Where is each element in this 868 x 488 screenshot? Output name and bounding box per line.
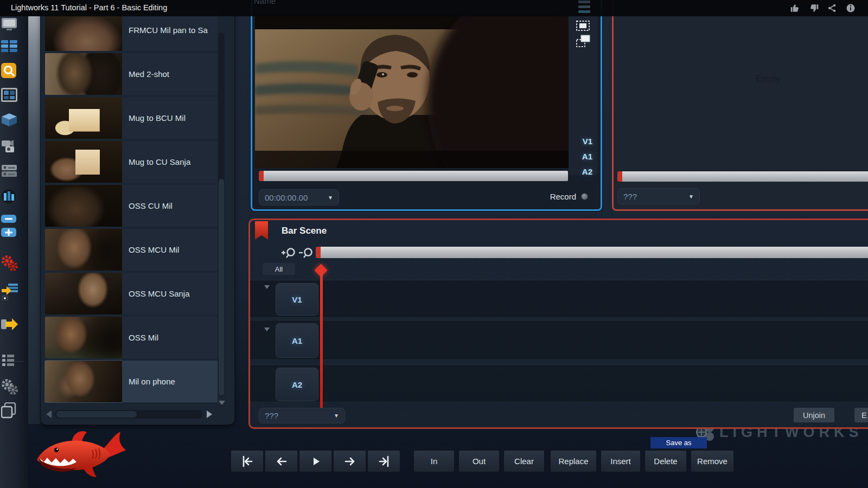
- projects-icon[interactable]: [1, 402, 23, 419]
- timeline-dropdown[interactable]: ???▼: [259, 408, 345, 423]
- record-indicator[interactable]: [581, 193, 588, 200]
- clip-thumbnail: [45, 53, 122, 95]
- settings-gears-icon[interactable]: [1, 378, 23, 395]
- clip-label: OSS CU Mil: [122, 185, 218, 227]
- search-icon[interactable]: [1, 63, 23, 78]
- timecode-dropdown[interactable]: 00:00:00.00▼: [259, 189, 339, 206]
- remove-button[interactable]: Remove: [691, 450, 734, 472]
- record-viewer: Empty ???▼: [612, 0, 868, 211]
- export-icon[interactable]: [1, 318, 23, 331]
- menu-bars-icon[interactable]: [578, 10, 590, 13]
- delete-button[interactable]: Delete: [644, 450, 687, 472]
- import-icon[interactable]: [1, 283, 23, 300]
- gears-red-icon[interactable]: [1, 255, 23, 271]
- clip-thumbnail: [45, 97, 122, 139]
- clip-row[interactable]: OSS MCU Sanja: [45, 272, 218, 316]
- dropdown-value: ???: [623, 192, 637, 201]
- record-scrubber[interactable]: [617, 171, 868, 182]
- cameras-icon[interactable]: [1, 139, 23, 153]
- skip-to-start-button[interactable]: [231, 450, 264, 472]
- list-icon[interactable]: [1, 354, 23, 368]
- menu-bars-icon[interactable]: [578, 1, 590, 3]
- clip-row[interactable]: Med 2-shot: [45, 52, 218, 96]
- out-button[interactable]: Out: [458, 450, 500, 472]
- edit-buttons: In Out Clear Replace Insert Delete Remov…: [413, 450, 734, 472]
- bookmark-flag-icon[interactable]: [255, 221, 268, 242]
- scrollbar-thumb[interactable]: [219, 179, 224, 396]
- clip-thumbnail: [45, 273, 122, 314]
- unjoin-button[interactable]: Unjoin: [794, 408, 834, 422]
- scrollbar-thumb[interactable]: [56, 411, 137, 418]
- clip-label: OSS MCU Sanja: [122, 273, 218, 314]
- source-track-a1[interactable]: A1: [574, 152, 592, 161]
- in-button[interactable]: In: [413, 450, 455, 472]
- scrubber-marker: [316, 247, 321, 258]
- source-track-a2[interactable]: A2: [574, 167, 592, 176]
- clip-row[interactable]: OSS CU Mil: [45, 184, 218, 228]
- clip-label: OSS MCU Mil: [122, 229, 218, 271]
- track-lane-a2[interactable]: [250, 364, 868, 402]
- clip-label: Mil on phone: [122, 361, 218, 402]
- source-track-v1[interactable]: V1: [574, 137, 592, 146]
- bin-vertical-scrollbar[interactable]: [218, 33, 225, 397]
- mixer-icon[interactable]: [1, 189, 23, 204]
- timecode-value: 00:00:00.00: [265, 193, 308, 202]
- clip-row[interactable]: Mug to BCU Mil: [45, 96, 218, 140]
- track-lane-a1[interactable]: [250, 320, 868, 360]
- skip-to-end-button[interactable]: [367, 450, 400, 472]
- info-icon[interactable]: [845, 3, 856, 14]
- clip-row[interactable]: OSS Mil: [45, 316, 218, 359]
- clip-bin-panel: FRMCU Mil pan to Sa Med 2-shot Mug to BC…: [41, 4, 234, 425]
- zoom-in-icon[interactable]: [280, 247, 297, 262]
- timeline-track-a1[interactable]: A1: [276, 323, 318, 358]
- step-back-button[interactable]: [265, 450, 298, 472]
- dropdown-value: ???: [265, 411, 278, 420]
- timeline-track-a2[interactable]: A2: [276, 368, 318, 401]
- record-dropdown[interactable]: ???▼: [617, 188, 700, 204]
- clip-row-selected[interactable]: Mil on phone: [45, 359, 218, 403]
- minus-button-icon[interactable]: [1, 215, 23, 223]
- menu-bars-icon[interactable]: [578, 5, 590, 8]
- deck-icon[interactable]: [1, 164, 23, 178]
- track-lane-v1[interactable]: [250, 280, 868, 318]
- insert-button[interactable]: Insert: [601, 450, 641, 472]
- collapse-v1-icon[interactable]: [264, 285, 270, 289]
- clip-label: Mug to CU Sanja: [122, 141, 218, 183]
- step-forward-button[interactable]: [333, 450, 366, 472]
- thumbs-up-icon[interactable]: [790, 3, 801, 14]
- clip-row[interactable]: OSS MCU Mil: [45, 228, 218, 272]
- swap-windows-icon[interactable]: [576, 34, 591, 51]
- scroll-right-icon[interactable]: [207, 410, 212, 418]
- lightworks-app: FRMCU Mil pan to Sa Med 2-shot Mug to BC…: [0, 0, 868, 488]
- thumbs-down-icon[interactable]: [808, 3, 819, 14]
- transport-controls: [231, 450, 400, 472]
- layout-icon[interactable]: [1, 88, 23, 102]
- clear-button[interactable]: Clear: [503, 450, 545, 472]
- scroll-down-icon[interactable]: [219, 401, 225, 405]
- partial-button[interactable]: E: [854, 408, 868, 422]
- scrubber-marker: [617, 171, 622, 182]
- bin-horizontal-scrollbar[interactable]: [55, 410, 202, 419]
- box3d-icon[interactable]: [1, 113, 23, 127]
- source-viewer: 00:00:00.00▼ Record: [251, 0, 602, 211]
- zoom-out-icon[interactable]: [298, 247, 314, 262]
- chevron-down-icon: ▼: [334, 413, 339, 419]
- play-button[interactable]: [299, 450, 332, 472]
- replace-button[interactable]: Replace: [550, 450, 597, 472]
- all-tracks-button[interactable]: All: [263, 263, 295, 275]
- tracks-icon[interactable]: [1, 39, 23, 53]
- collapse-a1-icon[interactable]: [264, 328, 270, 331]
- plus-button-icon[interactable]: [1, 228, 23, 237]
- timeline-track-v1[interactable]: V1: [276, 283, 318, 316]
- save-as-tooltip: Save as: [650, 437, 707, 448]
- panel-edge: [28, 16, 41, 424]
- source-scrubber[interactable]: [259, 171, 568, 181]
- timeline-scrubber[interactable]: [316, 247, 868, 258]
- share-icon[interactable]: [827, 3, 838, 14]
- clip-row[interactable]: Mug to CU Sanja: [45, 140, 218, 184]
- monitor-icon[interactable]: [1, 17, 23, 31]
- marquee-icon[interactable]: [576, 20, 591, 35]
- scroll-left-icon[interactable]: [46, 410, 52, 418]
- partial-column-header: Name: [254, 0, 276, 5]
- playhead[interactable]: [320, 269, 323, 408]
